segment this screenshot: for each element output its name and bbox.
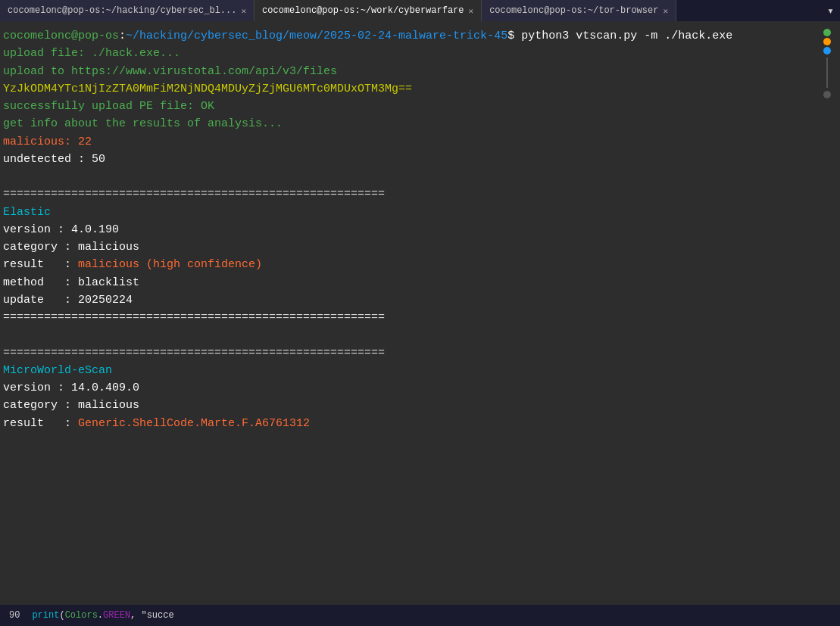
tab-2-close[interactable]: ✕ <box>469 6 474 16</box>
separator-3: ========================================… <box>3 344 820 362</box>
microworld-category: category : malicious <box>3 397 820 414</box>
output-line-2: upload to https://www.virustotal.com/api… <box>3 63 820 80</box>
tab-3-label: cocomelonc@pop-os:~/tor-browser <box>489 5 658 16</box>
output-line-blank1 <box>3 168 820 185</box>
elastic-label: Elastic <box>3 204 820 221</box>
tab-1-close[interactable]: ✕ <box>241 6 246 16</box>
right-line <box>826 58 828 88</box>
bottom-bar: 90 print(Colors.GREEN, "succe <box>0 605 840 626</box>
tab-2[interactable]: cocomelonc@pop-os:~/work/cyberwarfare ✕ <box>254 0 482 21</box>
prompt-command: python3 vtscan.py -m ./hack.exe <box>521 30 732 42</box>
tab-3-close[interactable]: ✕ <box>663 6 668 16</box>
microworld-version: version : 14.0.409.0 <box>3 379 820 397</box>
elastic-category: category : malicious <box>3 238 820 256</box>
right-panel <box>820 27 834 599</box>
bottom-line-number: 90 <box>9 610 20 621</box>
tab-2-label: cocomelonc@pop-os:~/work/cyberwarfare <box>262 5 464 16</box>
terminal-body: cocomelonc@pop-os:~/hacking/cybersec_blo… <box>0 21 840 605</box>
right-dot-1 <box>823 29 831 36</box>
separator-1: ========================================… <box>3 185 820 203</box>
output-line-4: successfully upload PE file: OK <box>3 98 820 115</box>
elastic-method: method : blacklist <box>3 274 820 291</box>
bottom-print: print(Colors.GREEN, "succe <box>32 610 173 621</box>
tab-1[interactable]: cocomelonc@pop-os:~/hacking/cybersec_bl.… <box>0 0 254 21</box>
prompt-user: cocomelonc@pop-os <box>3 30 119 42</box>
microworld-result: result : Generic.ShellCode.Marte.F.A6761… <box>3 415 820 432</box>
output-line-5: get info about the results of analysis..… <box>3 115 820 132</box>
output-line-3: YzJkODM4YTc1NjIzZTA0MmFiM2NjNDQ4MDUyZjZj… <box>3 80 820 98</box>
output-line-1: upload file: ./hack.exe... <box>3 45 820 62</box>
tab-bar: cocomelonc@pop-os:~/hacking/cybersec_bl.… <box>0 0 840 21</box>
right-dot-4 <box>823 91 831 98</box>
prompt-line: cocomelonc@pop-os:~/hacking/cybersec_blo… <box>3 27 820 45</box>
tab-1-label: cocomelonc@pop-os:~/hacking/cybersec_bl.… <box>8 5 236 16</box>
prompt-path: ~/hacking/cybersec_blog/meow/2025-02-24-… <box>126 30 507 42</box>
elastic-update: update : 20250224 <box>3 291 820 309</box>
prompt-colon: : <box>119 30 126 42</box>
tab-dropdown[interactable]: ▾ <box>821 0 840 21</box>
output-line-7: undetected : 50 <box>3 151 820 168</box>
output-line-blank2 <box>3 326 820 344</box>
right-dot-3 <box>823 47 831 55</box>
output-line-6: malicious: 22 <box>3 133 820 151</box>
right-dot-2 <box>823 38 831 45</box>
separator-2: ========================================… <box>3 309 820 326</box>
terminal-main: cocomelonc@pop-os:~/hacking/cybersec_blo… <box>0 27 820 599</box>
tab-3[interactable]: cocomelonc@pop-os:~/tor-browser ✕ <box>482 0 676 21</box>
elastic-version: version : 4.0.190 <box>3 221 820 238</box>
elastic-result: result : malicious (high confidence) <box>3 256 820 273</box>
prompt-symbol: $ <box>507 30 514 42</box>
microworld-label: MicroWorld-eScan <box>3 362 820 379</box>
